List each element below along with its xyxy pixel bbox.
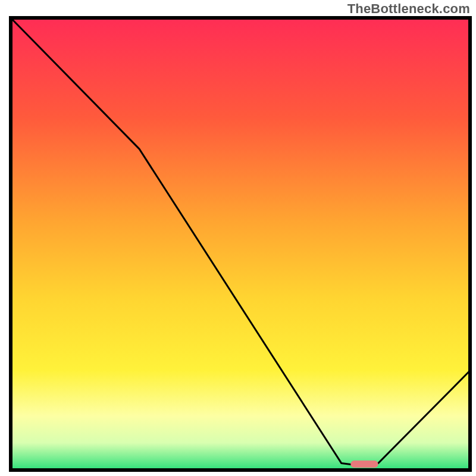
plot-background: [11, 18, 470, 470]
bottleneck-chart: [0, 0, 476, 476]
optimal-region-marker: [350, 461, 378, 468]
watermark-text: TheBottleneck.com: [347, 1, 470, 17]
chart-container: TheBottleneck.com: [0, 0, 476, 476]
